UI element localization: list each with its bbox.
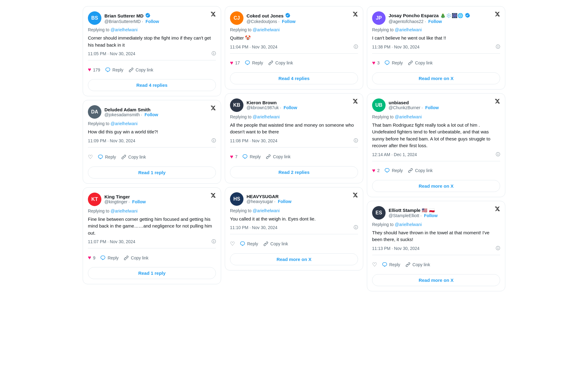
tweet-card: UBunbiased@ChunkzBurner · FollowReplying… [367, 93, 505, 197]
tweet-time: 11:04 PM · Nov 30, 2024 [230, 44, 277, 49]
reply-button[interactable]: Reply [100, 254, 119, 262]
display-name[interactable]: unbiased [389, 100, 439, 105]
like-button[interactable]: ♡ [372, 260, 377, 269]
display-name[interactable]: Josay Poncho Esparza 🎄❄️🎆🌐 [389, 13, 470, 19]
follow-link[interactable]: Follow [428, 19, 442, 24]
x-more-icon[interactable] [495, 98, 500, 105]
avatar[interactable]: JP [372, 11, 386, 25]
like-button[interactable]: ♥9 [88, 253, 95, 262]
follow-link[interactable]: Follow [424, 213, 437, 218]
replying-to-user[interactable]: @arielhelwani [395, 27, 422, 32]
x-more-icon[interactable] [495, 11, 500, 18]
copy-link-button[interactable]: Copy link [123, 254, 149, 262]
info-icon[interactable]: ⓘ [496, 246, 500, 251]
follow-link[interactable]: Follow [145, 19, 159, 24]
verified-badge [145, 13, 150, 19]
tweet-header: CJCoked out Jones@Cokedoutjons · Follow [230, 11, 358, 25]
copy-link-button[interactable]: Copy link [263, 240, 288, 248]
copy-link-button[interactable]: Copy link [405, 261, 430, 269]
display-name[interactable]: HEAVYSUGAR [247, 194, 292, 199]
copy-link-button[interactable]: Copy link [128, 66, 153, 74]
copy-link-button[interactable]: Copy link [268, 59, 293, 67]
info-icon[interactable]: ⓘ [354, 44, 358, 50]
reply-button[interactable]: Reply [245, 59, 263, 67]
x-more-icon[interactable] [352, 192, 358, 199]
display-name[interactable]: Kieron Brown [247, 100, 297, 105]
read-replies-button[interactable]: Read 4 replies [230, 72, 358, 84]
reply-button[interactable]: Reply [105, 66, 123, 74]
tweet-header: DADeluded Adam Smith@jokesadamsmith · Fo… [88, 105, 216, 119]
replying-to-user[interactable]: @arielhelwani [111, 121, 138, 126]
info-icon[interactable]: ⓘ [354, 138, 358, 144]
avatar[interactable]: KB [230, 98, 243, 112]
read-replies-button[interactable]: Read 4 replies [88, 79, 216, 91]
copy-link-button[interactable]: Copy link [408, 167, 433, 174]
avatar[interactable]: CJ [230, 11, 243, 25]
copy-link-button[interactable]: Copy link [266, 153, 291, 161]
reply-button[interactable]: Reply [384, 59, 403, 67]
display-name[interactable]: Coked out Jones [247, 13, 296, 19]
reply-button[interactable]: Reply [98, 153, 116, 161]
like-button[interactable]: ♥17 [230, 59, 240, 67]
read-replies-button[interactable]: Read more on X [230, 253, 358, 265]
avatar[interactable]: KT [88, 193, 101, 206]
follow-link[interactable]: Follow [282, 19, 296, 24]
reply-button[interactable]: Reply [382, 261, 400, 269]
info-icon[interactable]: ⓘ [496, 152, 500, 157]
display-name[interactable]: Brian Sutterer MD [104, 13, 159, 19]
read-replies-button[interactable]: Read 1 reply [88, 167, 216, 178]
replying-to-user[interactable]: @arielhelwani [253, 27, 280, 32]
x-more-icon[interactable] [210, 105, 216, 112]
follow-link[interactable]: Follow [145, 112, 158, 117]
info-icon[interactable]: ⓘ [496, 44, 500, 50]
replying-to: Replying to @arielhelwani [88, 209, 216, 213]
replying-to-user[interactable]: @arielhelwani [253, 208, 280, 213]
info-icon[interactable]: ⓘ [212, 239, 216, 244]
like-button[interactable]: ♥2 [372, 166, 379, 175]
x-more-icon[interactable] [352, 11, 358, 18]
avatar[interactable]: HS [230, 192, 243, 206]
reply-button[interactable]: Reply [242, 153, 261, 161]
like-button[interactable]: ♥7 [230, 152, 237, 161]
replying-to-user[interactable]: @arielhelwani [253, 114, 280, 119]
x-more-icon[interactable] [210, 11, 216, 18]
replying-to-user[interactable]: @arielhelwani [395, 114, 422, 119]
like-button[interactable]: ♡ [230, 239, 235, 248]
like-button[interactable]: ♡ [88, 152, 93, 162]
replying-to-user[interactable]: @arielhelwani [111, 27, 138, 32]
avatar[interactable]: BS [88, 11, 101, 25]
x-more-icon[interactable] [352, 98, 358, 105]
replying-to-user[interactable]: @arielhelwani [395, 222, 422, 227]
avatar[interactable]: ES [372, 206, 386, 220]
reply-button[interactable]: Reply [240, 240, 258, 248]
follow-link[interactable]: Follow [278, 199, 291, 204]
copy-link-button[interactable]: Copy link [408, 59, 433, 67]
follow-link[interactable]: Follow [425, 105, 439, 110]
read-replies-button[interactable]: Read more on X [372, 72, 500, 84]
display-name[interactable]: Elliott Stample 🇺🇸 🇵🇱 [389, 208, 438, 213]
avatar[interactable]: UB [372, 98, 386, 112]
x-more-icon[interactable] [210, 193, 216, 200]
like-count: 3 [377, 60, 380, 65]
like-button[interactable]: ♥179 [88, 65, 100, 74]
read-replies-button[interactable]: Read more on X [372, 180, 500, 192]
replying-to-user[interactable]: @arielhelwani [111, 209, 138, 213]
display-name[interactable]: King Tinger [104, 194, 146, 199]
display-name[interactable]: Deluded Adam Smith [104, 107, 158, 112]
x-more-icon[interactable] [495, 206, 500, 213]
copy-link-button[interactable]: Copy link [121, 153, 146, 161]
like-count: 7 [235, 154, 238, 159]
read-replies-button[interactable]: Read 1 reply [88, 267, 216, 279]
tweet-meta: 11:13 PM · Nov 30, 2024ⓘ [372, 246, 500, 251]
info-icon[interactable]: ⓘ [212, 138, 216, 144]
read-replies-button[interactable]: Read more on X [372, 274, 500, 286]
follow-link[interactable]: Follow [284, 105, 297, 110]
follow-link[interactable]: Follow [132, 199, 146, 204]
reply-button[interactable]: Reply [384, 167, 403, 174]
info-icon[interactable]: ⓘ [212, 51, 216, 56]
read-replies-button[interactable]: Read 2 replies [230, 166, 358, 178]
info-icon[interactable]: ⓘ [354, 225, 358, 230]
like-count: 17 [235, 60, 240, 65]
avatar[interactable]: DA [88, 105, 101, 119]
like-button[interactable]: ♥3 [372, 59, 379, 67]
